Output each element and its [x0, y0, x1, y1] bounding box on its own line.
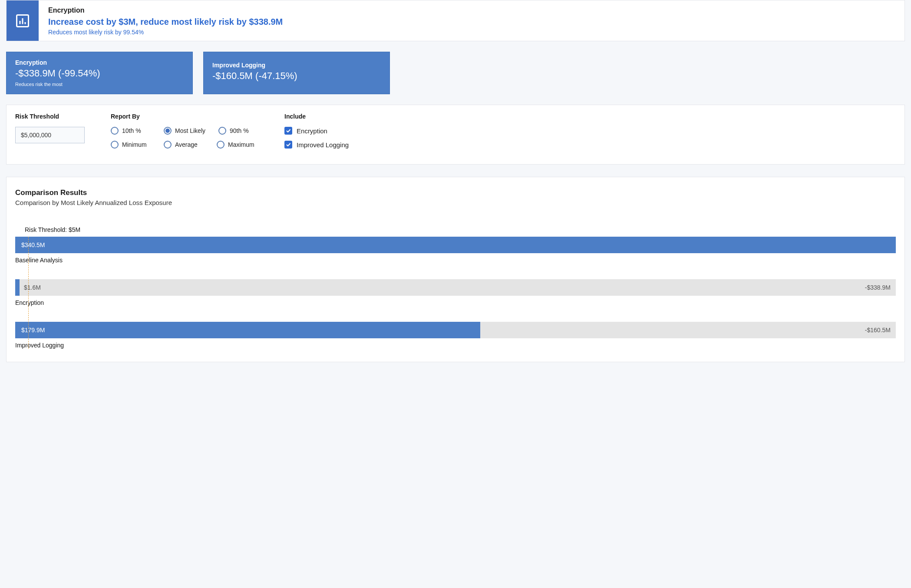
report-by-radio[interactable]: Minimum: [111, 141, 151, 149]
radio-icon: [217, 141, 224, 149]
bar-fill: [15, 279, 20, 296]
risk-threshold-input[interactable]: [15, 127, 85, 143]
bar-value-label: $179.9M: [21, 327, 45, 334]
bar-fill: [15, 322, 480, 338]
radio-label: Most Likely: [175, 127, 205, 134]
bar-category-label: Improved Logging: [15, 342, 896, 349]
bar-reduction-label: -$338.9M: [865, 284, 891, 291]
radio-icon: [164, 127, 172, 135]
risk-threshold-chart-label: Risk Threshold: $5M: [25, 226, 896, 233]
metric-cards-row: Encryption -$338.9M (-99.54%) Reduces ri…: [6, 52, 905, 94]
banner-subtext: Reduces most likely risk by 99.54%: [48, 29, 283, 36]
risk-threshold-group: Risk Threshold: [15, 113, 85, 143]
include-group: Include EncryptionImproved Logging: [284, 113, 349, 155]
comparison-results-panel: Comparison Results Comparison by Most Li…: [6, 177, 905, 362]
results-subtitle: Comparison by Most Likely Annualized Los…: [15, 199, 896, 206]
bar-category-label: Baseline Analysis: [15, 257, 896, 264]
radio-icon: [218, 127, 226, 135]
bar-reduction-label: -$160.5M: [865, 327, 891, 334]
radio-label: Minimum: [122, 141, 147, 148]
metric-card-caption: Reduces risk the most: [15, 82, 184, 87]
metric-card-title: Encryption: [15, 59, 184, 66]
metric-card-improved-logging[interactable]: Improved Logging -$160.5M (-47.15%): [203, 52, 390, 94]
radio-label: 10th %: [122, 127, 141, 134]
comparison-bar-chart: Risk Threshold: $5M $340.5MBaseline Anal…: [15, 226, 896, 349]
report-by-radio[interactable]: Average: [164, 141, 204, 149]
radio-label: Average: [175, 141, 198, 148]
controls-panel: Risk Threshold Report By 10th %Most Like…: [6, 105, 905, 165]
radio-icon: [111, 127, 119, 135]
report-by-radio[interactable]: 10th %: [111, 127, 151, 135]
bar-group: $179.9M-$160.5MImproved Logging: [15, 322, 896, 349]
bar-value-label: $1.6M: [24, 284, 41, 291]
metric-card-title: Improved Logging: [212, 62, 381, 69]
bar-category-label: Encryption: [15, 299, 896, 306]
risk-threshold-label: Risk Threshold: [15, 113, 85, 120]
include-checkbox[interactable]: Improved Logging: [284, 141, 349, 149]
metric-card-value: -$338.9M (-99.54%): [15, 68, 184, 79]
report-by-radio[interactable]: Maximum: [217, 141, 257, 149]
banner-headline: Increase cost by $3M, reduce most likely…: [48, 17, 283, 27]
bar-group: $1.6M-$338.9MEncryption: [15, 279, 896, 306]
radio-label: Maximum: [228, 141, 254, 148]
metric-card-encryption[interactable]: Encryption -$338.9M (-99.54%) Reduces ri…: [6, 52, 193, 94]
recommendation-banner: Encryption Increase cost by $3M, reduce …: [6, 0, 905, 41]
radio-icon: [164, 141, 172, 149]
bar-track: $340.5M: [15, 237, 896, 253]
bar-group: $340.5MBaseline Analysis: [15, 237, 896, 264]
report-by-radio[interactable]: Most Likely: [164, 127, 205, 135]
metric-card-value: -$160.5M (-47.15%): [212, 70, 381, 82]
checkbox-checked-icon: [284, 127, 292, 135]
bar-value-label: $340.5M: [21, 241, 45, 248]
checkbox-label: Encryption: [297, 127, 327, 135]
bar-track: $179.9M-$160.5M: [15, 322, 896, 338]
include-label: Include: [284, 113, 349, 120]
report-by-group: Report By 10th %Most Likely90th %Minimum…: [111, 113, 258, 149]
results-title: Comparison Results: [15, 188, 896, 197]
radio-icon: [111, 141, 119, 149]
checkbox-checked-icon: [284, 141, 292, 149]
bar-chart-icon: [7, 0, 39, 41]
bar-track: $1.6M-$338.9M: [15, 279, 896, 296]
radio-label: 90th %: [230, 127, 249, 134]
include-checkbox[interactable]: Encryption: [284, 127, 349, 135]
bar-fill: [15, 237, 896, 253]
checkbox-label: Improved Logging: [297, 141, 349, 149]
banner-title: Encryption: [48, 7, 283, 14]
report-by-radio[interactable]: 90th %: [218, 127, 258, 135]
report-by-label: Report By: [111, 113, 258, 120]
